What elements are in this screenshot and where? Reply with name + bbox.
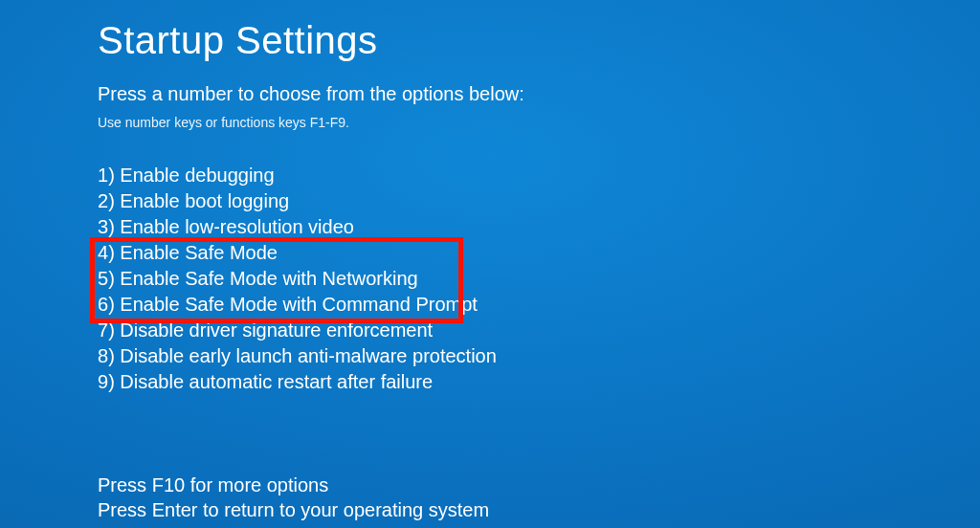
option-number: 8 bbox=[98, 345, 108, 366]
option-9[interactable]: 9) Disable automatic restart after failu… bbox=[98, 369, 980, 395]
paren: ) bbox=[108, 294, 120, 315]
paren: ) bbox=[108, 165, 120, 186]
option-label: Disable driver signature enforcement bbox=[120, 319, 433, 341]
option-label: Disable early launch anti-malware protec… bbox=[120, 345, 497, 366]
option-label: Enable boot logging bbox=[120, 190, 289, 211]
paren: ) bbox=[108, 216, 120, 237]
option-number: 2 bbox=[98, 190, 108, 211]
page-title: Startup Settings bbox=[98, 19, 980, 62]
option-number: 7 bbox=[98, 319, 108, 341]
option-4[interactable]: 4) Enable Safe Mode bbox=[98, 240, 980, 266]
option-label: Enable Safe Mode bbox=[120, 242, 278, 263]
options-list: 1) Enable debugging 2) Enable boot loggi… bbox=[98, 163, 980, 395]
option-label: Enable Safe Mode with Command Prompt bbox=[120, 294, 478, 315]
option-number: 9 bbox=[98, 371, 108, 392]
option-3[interactable]: 3) Enable low-resolution video bbox=[98, 214, 980, 240]
option-8[interactable]: 8) Disable early launch anti-malware pro… bbox=[98, 343, 980, 369]
option-5[interactable]: 5) Enable Safe Mode with Networking bbox=[98, 266, 980, 292]
paren: ) bbox=[108, 319, 120, 341]
option-label: Enable debugging bbox=[120, 165, 274, 186]
paren: ) bbox=[108, 371, 120, 392]
paren: ) bbox=[108, 190, 120, 211]
option-1[interactable]: 1) Enable debugging bbox=[98, 163, 980, 188]
paren: ) bbox=[108, 242, 120, 263]
option-number: 6 bbox=[98, 294, 108, 315]
option-number: 5 bbox=[98, 268, 108, 289]
footer-return: Press Enter to return to your operating … bbox=[98, 497, 489, 522]
key-hint-text: Use number keys or functions keys F1-F9. bbox=[98, 115, 980, 130]
option-label: Enable Safe Mode with Networking bbox=[120, 268, 417, 289]
startup-settings-screen: Startup Settings Press a number to choos… bbox=[0, 0, 980, 528]
option-7[interactable]: 7) Disable driver signature enforcement bbox=[98, 318, 980, 343]
option-label: Disable automatic restart after failure bbox=[120, 371, 433, 392]
option-2[interactable]: 2) Enable boot logging bbox=[98, 188, 980, 214]
footer-more-options: Press F10 for more options bbox=[98, 473, 489, 497]
option-number: 1 bbox=[98, 165, 108, 186]
paren: ) bbox=[108, 345, 120, 366]
option-number: 4 bbox=[98, 242, 108, 263]
instruction-text: Press a number to choose from the option… bbox=[98, 83, 980, 105]
footer-instructions: Press F10 for more options Press Enter t… bbox=[98, 473, 489, 522]
paren: ) bbox=[108, 268, 120, 289]
option-label: Enable low-resolution video bbox=[120, 216, 354, 237]
option-6[interactable]: 6) Enable Safe Mode with Command Prompt bbox=[98, 292, 980, 318]
option-number: 3 bbox=[98, 216, 108, 237]
